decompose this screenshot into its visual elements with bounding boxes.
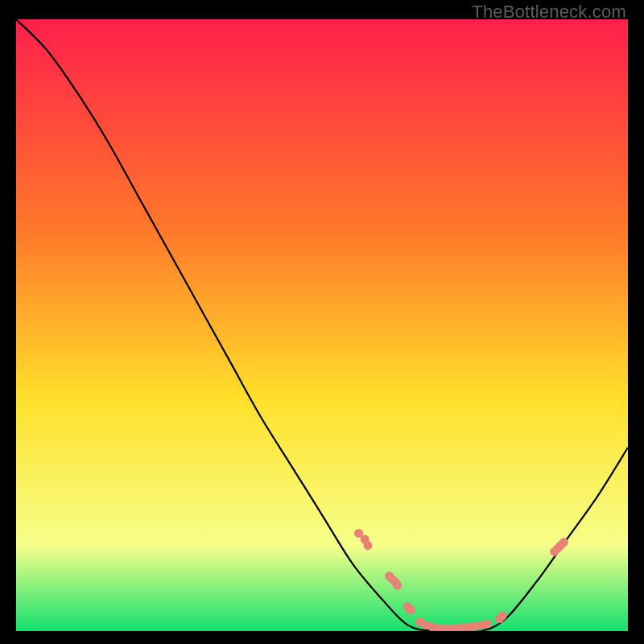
data-marker — [483, 619, 492, 628]
bottleneck-chart — [16, 19, 628, 631]
data-marker — [407, 605, 415, 614]
chart-frame — [16, 19, 628, 631]
data-marker — [498, 612, 507, 621]
gradient-bg — [16, 19, 628, 631]
data-marker — [559, 538, 568, 547]
data-marker — [364, 541, 373, 550]
data-marker — [393, 581, 402, 590]
